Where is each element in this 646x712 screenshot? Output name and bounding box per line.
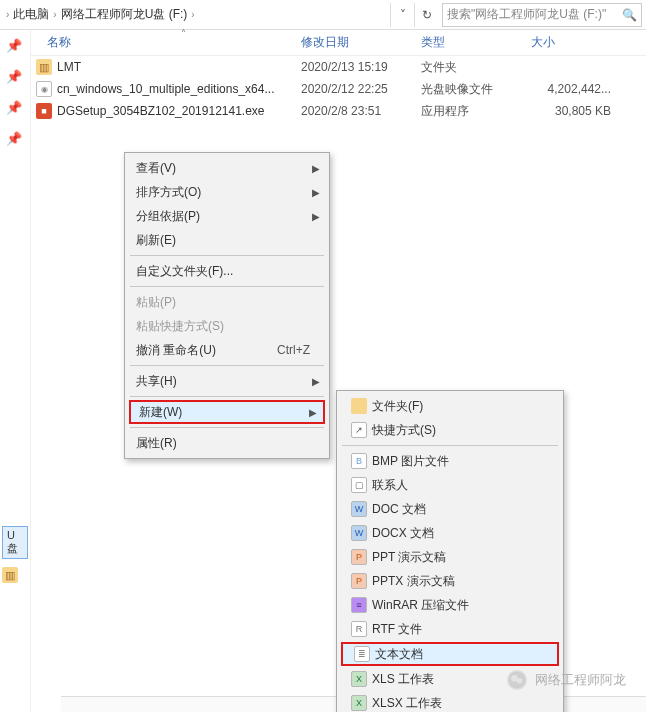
new-item[interactable]: RRTF 文件 [340, 617, 560, 641]
submenu-arrow-icon: ▶ [312, 376, 320, 387]
col-name[interactable]: 名称 [31, 34, 301, 51]
submenu-arrow-icon: ▶ [312, 163, 320, 174]
doc-icon: B [351, 453, 367, 469]
dropdown-button[interactable]: ˅ [390, 3, 414, 27]
new-item-label: DOC 文档 [372, 501, 426, 518]
file-name: cn_windows_10_multiple_editions_x64... [57, 82, 301, 96]
context-menu-main: 查看(V)▶ 排序方式(O)▶ 分组依据(P)▶ 刷新(E) 自定义文件夹(F)… [124, 152, 330, 459]
doc-icon: ≣ [354, 646, 370, 662]
menu-item-properties[interactable]: 属性(R) [128, 431, 326, 455]
menu-separator [130, 365, 324, 366]
pin-icon[interactable]: 📌 [0, 92, 30, 123]
doc-icon: X [351, 695, 367, 711]
doc-icon: ▢ [351, 477, 367, 493]
col-date[interactable]: 修改日期 [301, 34, 421, 51]
submenu-arrow-icon: ▶ [312, 187, 320, 198]
new-item-label: XLS 工作表 [372, 671, 434, 688]
breadcrumb[interactable]: › 此电脑 › 网络工程师阿龙U盘 (F:) › [0, 0, 390, 29]
file-size: 4,202,442... [531, 82, 621, 96]
context-menu-new: 文件夹(F)↗快捷方式(S)BBMP 图片文件▢联系人WDOC 文档WDOCX … [336, 390, 564, 712]
file-date: 2020/2/12 22:25 [301, 82, 421, 96]
folder-icon: ▥ [36, 59, 52, 75]
new-item[interactable]: ↗快捷方式(S) [340, 418, 560, 442]
pin-icon[interactable]: 📌 [0, 61, 30, 92]
doc-icon: R [351, 621, 367, 637]
breadcrumb-segment-pc[interactable]: 此电脑 [13, 6, 49, 23]
new-item[interactable]: PPPTX 演示文稿 [340, 569, 560, 593]
doc-icon: ≡ [351, 597, 367, 613]
folder-icon [351, 398, 367, 414]
file-type: 光盘映像文件 [421, 81, 531, 98]
file-rows: ▥LMT2020/2/13 15:19文件夹◉cn_windows_10_mul… [31, 56, 646, 122]
col-size[interactable]: 大小 [531, 34, 621, 51]
chevron-right-icon: › [191, 9, 194, 20]
new-item-label: RTF 文件 [372, 621, 422, 638]
new-item[interactable]: ≣文本文档 [341, 642, 559, 666]
file-name: LMT [57, 60, 301, 74]
menu-item-new[interactable]: 新建(W)▶ [129, 400, 325, 424]
watermark-text: 网络工程师阿龙 [535, 671, 626, 689]
address-toolbar: › 此电脑 › 网络工程师阿龙U盘 (F:) › ˅ ↻ 搜索"网络工程师阿龙U… [0, 0, 646, 30]
menu-item-paste: 粘贴(P) [128, 290, 326, 314]
file-name: DGSetup_3054BZ102_201912141.exe [57, 104, 301, 118]
svg-point-2 [517, 678, 523, 684]
file-row[interactable]: ◉cn_windows_10_multiple_editions_x64...2… [31, 78, 646, 100]
pin-icon[interactable]: 📌 [0, 123, 30, 154]
watermark: 网络工程师阿龙 [507, 670, 626, 690]
file-size: 30,805 KB [531, 104, 621, 118]
disc-icon: ◉ [36, 81, 52, 97]
chevron-right-icon: › [6, 9, 9, 20]
col-type[interactable]: 类型 [421, 34, 531, 51]
menu-item-group[interactable]: 分组依据(P)▶ [128, 204, 326, 228]
file-date: 2020/2/13 15:19 [301, 60, 421, 74]
submenu-arrow-icon: ▶ [309, 407, 317, 418]
file-type: 应用程序 [421, 103, 531, 120]
folder-icon[interactable]: ▥ [2, 567, 18, 583]
menu-item-share[interactable]: 共享(H)▶ [128, 369, 326, 393]
new-item[interactable]: PPPT 演示文稿 [340, 545, 560, 569]
new-item-label: 联系人 [372, 477, 408, 494]
new-item[interactable]: WDOCX 文档 [340, 521, 560, 545]
quick-item-drive[interactable]: U盘 [2, 526, 28, 559]
pin-icon[interactable]: 📌 [0, 30, 30, 61]
new-item-label: PPT 演示文稿 [372, 549, 446, 566]
new-item[interactable]: WDOC 文档 [340, 497, 560, 521]
file-row[interactable]: ■DGSetup_3054BZ102_201912141.exe2020/2/8… [31, 100, 646, 122]
submenu-arrow-icon: ▶ [312, 211, 320, 222]
new-item[interactable]: 文件夹(F) [340, 394, 560, 418]
new-item[interactable]: ≡WinRAR 压缩文件 [340, 593, 560, 617]
new-item[interactable]: BBMP 图片文件 [340, 449, 560, 473]
exe-icon: ■ [36, 103, 52, 119]
new-item-label: BMP 图片文件 [372, 453, 449, 470]
new-item-label: PPTX 演示文稿 [372, 573, 455, 590]
menu-item-undo[interactable]: 撤消 重命名(U)Ctrl+Z [128, 338, 326, 362]
doc-icon: W [351, 501, 367, 517]
doc-icon: W [351, 525, 367, 541]
breadcrumb-segment-drive[interactable]: 网络工程师阿龙U盘 (F:) [61, 6, 188, 23]
new-item-label: 快捷方式(S) [372, 422, 436, 439]
search-placeholder: 搜索"网络工程师阿龙U盘 (F:)" [447, 6, 606, 23]
menu-item-refresh[interactable]: 刷新(E) [128, 228, 326, 252]
search-icon: 🔍 [622, 8, 637, 22]
new-item[interactable]: XXLSX 工作表 [340, 691, 560, 712]
link-icon: ↗ [351, 422, 367, 438]
column-headers[interactable]: 名称 修改日期 类型 大小 [31, 30, 646, 56]
menu-separator [130, 255, 324, 256]
new-item[interactable]: ▢联系人 [340, 473, 560, 497]
menu-item-sort[interactable]: 排序方式(O)▶ [128, 180, 326, 204]
menu-item-customize[interactable]: 自定义文件夹(F)... [128, 259, 326, 283]
wechat-icon [507, 670, 527, 690]
file-row[interactable]: ▥LMT2020/2/13 15:19文件夹 [31, 56, 646, 78]
menu-separator [130, 396, 324, 397]
file-date: 2020/2/8 23:51 [301, 104, 421, 118]
menu-item-view[interactable]: 查看(V)▶ [128, 156, 326, 180]
file-type: 文件夹 [421, 59, 531, 76]
sort-indicator-icon: ˄ [168, 28, 198, 39]
menu-separator [130, 286, 324, 287]
refresh-button[interactable]: ↻ [414, 3, 438, 27]
menu-item-paste-shortcut: 粘贴快捷方式(S) [128, 314, 326, 338]
quick-access-strip: 📌 📌 📌 📌 U盘 ▥ [0, 30, 30, 712]
doc-icon: P [351, 573, 367, 589]
new-item-label: XLSX 工作表 [372, 695, 442, 712]
search-input[interactable]: 搜索"网络工程师阿龙U盘 (F:)" 🔍 [442, 3, 642, 27]
